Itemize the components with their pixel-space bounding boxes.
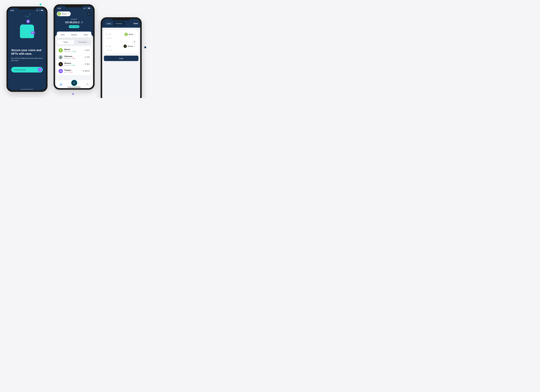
token-price: $416.58 xyxy=(64,65,70,66)
tab-swap[interactable]: Swap xyxy=(105,22,113,25)
svg-rect-2 xyxy=(43,10,43,10)
phone-notch xyxy=(65,4,83,7)
token-name: Bitcoin xyxy=(64,49,83,50)
chevron-down-icon xyxy=(134,46,135,47)
chevron-down-icon xyxy=(134,34,135,35)
token-list: ₿ Bitcoin $40,455.1+2.45% 0 BTC Ethereum xyxy=(57,46,91,75)
user-icon xyxy=(86,83,89,85)
swap-direction-toggle[interactable]: ⇅ xyxy=(132,40,136,44)
phone-notch xyxy=(18,6,36,10)
get-started-button[interactable]: Let's get started xyxy=(11,67,43,72)
status-icons xyxy=(36,10,43,11)
svg-rect-8 xyxy=(73,82,75,84)
decorative-dot xyxy=(72,93,74,95)
swap-exchange-segment: Swap Exchange xyxy=(104,21,125,26)
send-button[interactable]: Send xyxy=(57,31,68,38)
token-change: -5.5% xyxy=(71,58,75,59)
swap-from-coin-selector[interactable]: ₿ Bitcoin xyxy=(124,32,136,36)
arrow-right-icon xyxy=(38,68,42,72)
phone-onboarding: 8:15 xyxy=(6,6,48,92)
token-name: Polygon xyxy=(64,69,81,71)
eye-off-icon[interactable] xyxy=(81,21,83,23)
coin-selector-label: Bitcoin xyxy=(62,13,67,15)
binance-icon xyxy=(59,62,63,66)
wallet-address-chip[interactable]: 0xE2…08CB xyxy=(69,25,79,28)
token-amount: 0 BTC xyxy=(85,50,90,51)
svg-rect-1 xyxy=(41,10,43,11)
tab-exchange[interactable]: Exchange xyxy=(113,22,125,25)
phone-swap: Swap Exchange Done 0.00 ₿ Bitcoin xyxy=(101,17,142,98)
trade-button[interactable]: Trade xyxy=(80,31,91,38)
polygon-icon xyxy=(59,69,63,73)
phone-wallet-home: 8:15 ₿ Bitcoin xyxy=(54,4,95,90)
action-card: Send Receive Trade xyxy=(57,31,91,38)
nav-home[interactable] xyxy=(60,83,62,85)
nav-profile[interactable] xyxy=(86,83,89,85)
status-time: 8:15 xyxy=(10,10,14,11)
token-change: +3.45% xyxy=(70,65,75,66)
decorative-dot xyxy=(40,4,41,5)
svg-point-9 xyxy=(87,83,88,84)
token-row[interactable]: ₿ Bitcoin $40,455.1+2.45% 0 BTC xyxy=(57,47,91,54)
swap-to-coin-selector[interactable]: Binance xyxy=(123,44,136,48)
token-amount: 0 BSC xyxy=(85,63,90,65)
token-price: $1.39 xyxy=(64,71,68,73)
home-indicator xyxy=(20,89,34,90)
swap-icon xyxy=(73,82,75,84)
balance-amount: US 80,910.2 xyxy=(65,21,80,24)
bitcoin-icon: ₿ xyxy=(57,12,61,15)
onboarding-title: Secure your coins and NFTs with ease. xyxy=(11,48,43,55)
token-price: $3,050.78 xyxy=(64,58,71,59)
token-change: -1.3% xyxy=(69,71,72,73)
svg-rect-4 xyxy=(88,8,90,9)
swap-to-amount[interactable]: 0.00 xyxy=(106,45,111,48)
token-row[interactable]: Binance $416.58+3.45% 0 BSC xyxy=(57,61,91,68)
token-price: $40,455.1 xyxy=(64,51,71,52)
swap-to-coin-label: Binance xyxy=(128,45,133,47)
token-amount: 0 ETH xyxy=(85,56,90,58)
token-name: Ethereum xyxy=(64,55,83,57)
binance-icon xyxy=(124,45,127,48)
token-row[interactable]: Ethereum $3,050.78-5.5% 0 ETH xyxy=(57,54,91,61)
swap-card: 0.00 ₿ Bitcoin ≈ $0.00 0.00 xyxy=(104,30,139,54)
eth-coin-icon xyxy=(26,20,30,23)
tab-transactions[interactable]: Transactions xyxy=(74,40,91,44)
tokens-transactions-segment: Tokens Transactions xyxy=(57,40,91,45)
done-button[interactable]: Done xyxy=(134,23,138,25)
scan-icon xyxy=(88,13,90,15)
decorative-dot xyxy=(144,46,146,48)
scan-qr-button[interactable] xyxy=(87,12,91,16)
swap-to-approx: ≈ $0.00 xyxy=(106,50,136,51)
status-icons xyxy=(83,8,90,9)
token-amount: 0 MATIC xyxy=(83,70,90,72)
home-icon xyxy=(60,83,62,85)
swap-from-coin-label: Bitcoin xyxy=(129,34,133,35)
token-name: Binance xyxy=(64,62,83,64)
user-handle: @satoshi xyxy=(55,18,93,20)
swap-button[interactable]: Swap xyxy=(104,56,139,61)
token-row[interactable]: Polygon $1.39-1.3% 0 MATIC xyxy=(57,68,91,75)
svg-rect-5 xyxy=(90,8,90,8)
home-indicator xyxy=(68,87,80,87)
swap-from-amount[interactable]: 0.00 xyxy=(106,33,111,36)
chevron-down-icon xyxy=(68,13,70,14)
tab-tokens[interactable]: Tokens xyxy=(57,40,74,44)
swap-fab[interactable] xyxy=(71,80,77,86)
wallet-illustration xyxy=(8,16,46,48)
coin-selector[interactable]: ₿ Bitcoin xyxy=(57,11,71,16)
swap-vertical-icon: ⇅ xyxy=(134,40,135,43)
bitcoin-icon: ₿ xyxy=(125,33,128,36)
onboarding-subtitle: Buy, Sell, Earn digital assets and easil… xyxy=(11,57,43,62)
receive-button[interactable]: Receive xyxy=(68,31,80,38)
bitcoin-icon: ₿ xyxy=(59,48,63,52)
token-change: +2.45% xyxy=(71,51,76,52)
status-time: 8:15 xyxy=(58,7,61,9)
ethereum-icon xyxy=(59,55,63,60)
swap-from-approx: ≈ $0.00 xyxy=(106,38,136,39)
get-started-label: Let's get started xyxy=(14,69,25,71)
phone-notch xyxy=(112,17,130,20)
